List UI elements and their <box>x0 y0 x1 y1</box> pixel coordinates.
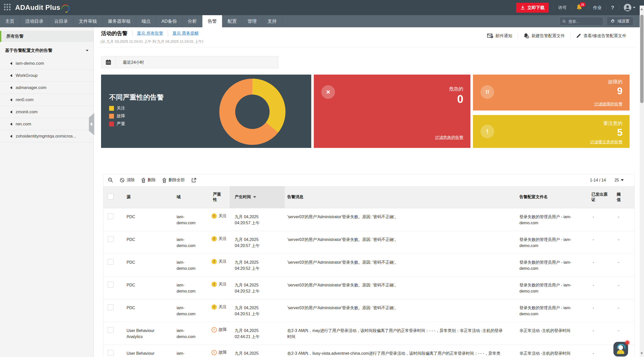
delete-button[interactable]: 删除 <box>141 177 156 183</box>
filter-trouble-link[interactable]: 过滤故障的告警 <box>594 102 623 107</box>
cell-threshold: - <box>611 299 634 311</box>
scroll-up-arrow-icon[interactable] <box>640 8 643 10</box>
scroll-down-arrow-icon[interactable] <box>640 352 643 354</box>
search-icon <box>108 177 113 183</box>
row-checkbox[interactable] <box>108 213 113 219</box>
edit-alert-profile-button[interactable]: 查看/修改告警配置文件 <box>576 33 626 39</box>
nav-tab[interactable]: 端点 <box>136 15 156 27</box>
cell-ticket: - <box>586 345 611 356</box>
sidebar-item-all-alerts[interactable]: 所有告警 <box>0 31 93 42</box>
row-checkbox[interactable] <box>108 236 113 242</box>
help-button[interactable]: ? <box>611 5 614 11</box>
nav-tab[interactable]: 主页 <box>0 15 20 27</box>
download-now-button[interactable]: 立即下载 <box>516 3 549 13</box>
severity-label: 故障 <box>219 327 227 333</box>
chevron-down-icon <box>86 50 88 51</box>
logo-swoosh-icon <box>61 3 69 13</box>
row-checkbox[interactable] <box>108 304 113 310</box>
cell-source: PDC <box>122 277 172 288</box>
mail-notification-button[interactable]: ! 邮件通知 <box>487 33 512 39</box>
nav-tab[interactable]: 分析 <box>182 15 202 27</box>
col-header-message[interactable]: 告警消息 <box>285 194 515 200</box>
page-scrollbar[interactable] <box>640 6 644 357</box>
cell-message: 'server03'的用户'Administrator'登录失败。原因: '密码… <box>285 208 515 220</box>
collapse-arrow-icon <box>10 74 12 77</box>
cell-severity: !! 故障 <box>210 345 230 355</box>
nav-tab[interactable]: 云目录 <box>49 15 74 27</box>
divider <box>99 47 636 47</box>
sidebar-domain-item[interactable]: zmonit.com <box>0 106 93 118</box>
trash-icon <box>141 178 146 183</box>
chevron-left-icon <box>90 122 92 126</box>
clear-button[interactable]: 清除 <box>120 177 135 183</box>
filter-attention-link[interactable]: 过滤要注意的告警 <box>590 140 623 145</box>
nav-tab-label: 配置 <box>228 18 237 24</box>
sidebar-domain-item[interactable]: WorkGroup <box>0 70 93 82</box>
delete-all-button[interactable]: 删除全部 <box>162 177 185 183</box>
table-header-row: 源 域 严重性 产生时间 告警消息 告警配置文件名 已发出票证 阈值 <box>103 186 634 208</box>
col-header-threshold[interactable]: 阈值 <box>611 192 634 203</box>
nav-tab[interactable]: AD备份 <box>156 15 182 27</box>
export-button[interactable] <box>191 178 196 183</box>
nav-tab[interactable]: 服务器审核 <box>103 15 136 27</box>
sidebar-domain-item[interactable]: ren0.com <box>0 94 93 106</box>
notification-badge: 11 <box>580 2 586 7</box>
support-chat-button[interactable] <box>613 342 628 356</box>
col-header-source[interactable]: 源 <box>122 194 172 200</box>
nav-tab[interactable]: 告警 <box>202 15 222 27</box>
collapse-arrow-icon <box>10 110 12 114</box>
row-checkbox[interactable] <box>108 327 113 333</box>
sidebar-domain-label: ren.com <box>16 122 31 126</box>
col-header-time-sorted[interactable]: 产生时间 <box>230 186 285 208</box>
sidebar-domain-item[interactable]: iam-demo.com <box>0 57 93 70</box>
table-row: PDC iam-demo.com ! 关注 九月 04,2025 04:20:5… <box>103 208 634 231</box>
critical-icon: × <box>321 85 335 99</box>
table-row: PDC iam-demo.com ! 关注 九月 04,2025 04:20:5… <box>103 299 634 322</box>
cell-threshold: - <box>611 322 634 334</box>
nav-tab[interactable]: 活动目录 <box>20 15 49 27</box>
table-row: User Behaviour Analytics iam-demo.com !!… <box>103 345 634 357</box>
divider <box>619 5 619 10</box>
divider <box>553 5 554 10</box>
nav-tab[interactable]: 管理 <box>242 15 262 27</box>
license-link[interactable]: 许可 <box>558 5 567 11</box>
show-ticket-alerts-link[interactable]: 显示 票务提醒 <box>173 31 199 36</box>
notifications-bell[interactable]: 11 <box>576 4 584 11</box>
divider <box>168 30 168 36</box>
filter-critical-link[interactable]: 过滤危急的告警 <box>435 135 463 140</box>
col-header-profile[interactable]: 告警配置文件名 <box>515 194 586 200</box>
topbar-actions: 立即下载 许可 11 作业 ? <box>516 3 644 13</box>
select-all-checkbox[interactable] <box>108 194 113 199</box>
page-size-select[interactable]: 25 <box>614 178 624 183</box>
time-range-filter[interactable]: 最近24小时 <box>101 56 278 68</box>
col-header-severity[interactable]: 严重性 <box>210 192 230 203</box>
nav-tab[interactable]: 文件审核 <box>74 15 103 27</box>
nav-tab[interactable]: 配置 <box>222 15 242 27</box>
sidebar-domain-item[interactable]: ren.com <box>0 118 93 130</box>
new-alert-profile-button[interactable]: 新建告警配置文件 <box>523 33 565 39</box>
nav-tab[interactable]: 支持 <box>262 15 282 27</box>
page-head: 活动的告警 显示 所有告警 显示 票务提醒 <box>101 30 199 37</box>
show-all-alerts-link[interactable]: 显示 所有告警 <box>137 31 163 36</box>
col-header-ticket[interactable]: 已发出票证 <box>586 192 611 203</box>
row-checkbox[interactable] <box>108 282 113 287</box>
sidebar-domain-item[interactable]: admanager.com <box>0 82 93 94</box>
critical-alerts-card: × 危急的 0 过滤危急的告警 <box>314 75 470 148</box>
severity-icon: ! <box>211 236 217 241</box>
search-input[interactable] <box>568 19 600 24</box>
notification-dot <box>626 341 629 344</box>
severity-label: 关注 <box>219 304 227 310</box>
scrollbar-thumb[interactable] <box>640 15 643 103</box>
row-checkbox[interactable] <box>108 350 113 356</box>
col-header-domain[interactable]: 域 <box>172 194 210 200</box>
user-menu[interactable] <box>624 4 635 12</box>
table-search-button[interactable] <box>108 177 113 183</box>
sidebar-profile-alerts-header[interactable]: 基于告警配置文件的告警 <box>0 42 93 56</box>
apps-grid-icon[interactable] <box>4 4 12 11</box>
sidebar-domain-item[interactable]: zohoidentitymgmtqa.onmicros... <box>0 130 93 142</box>
jobs-link[interactable]: 作业 <box>593 5 602 11</box>
row-checkbox[interactable] <box>108 259 113 265</box>
cell-domain: iam-demo.com <box>172 277 210 294</box>
domain-settings-button[interactable]: 域设置 <box>607 17 633 26</box>
severity-icon: ! <box>211 259 217 264</box>
